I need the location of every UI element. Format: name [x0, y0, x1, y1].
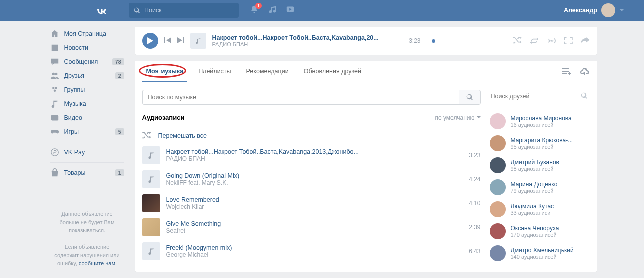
track-title: Freek! (Moogymen mix)	[166, 244, 463, 251]
nav-item-7[interactable]: Игры 5	[47, 125, 127, 139]
friend-row[interactable]: Маргарита Крюкова-... 95 аудиозаписей	[490, 132, 590, 154]
friend-avatar	[490, 113, 506, 129]
play-button[interactable]	[142, 33, 158, 49]
friend-search-input[interactable]	[490, 90, 590, 103]
repeat-icon[interactable]	[530, 37, 539, 44]
track-duration: 3:23	[469, 152, 480, 159]
top-header: 1 Александр	[0, 0, 644, 21]
left-sidebar: Моя Страница Новости Сообщения 78 Друзья…	[47, 27, 127, 272]
track-artist: NekliFF feat. Mary S.K.	[166, 179, 463, 186]
friend-row[interactable]: Марина Доценко 79 аудиозаписей	[490, 176, 590, 198]
shuffle-icon[interactable]	[513, 37, 522, 44]
track-duration: 4:24	[469, 176, 480, 183]
chevron-down-icon	[619, 9, 624, 12]
friend-row[interactable]: Дмитро Хмельницький 140 аудиозаписей	[490, 242, 590, 264]
svg-point-2	[55, 87, 57, 89]
nav-item-2[interactable]: Сообщения 78	[47, 55, 127, 69]
nav-item-1[interactable]: Новости	[47, 41, 127, 55]
friend-name: Дмитрий Бузанов	[511, 159, 559, 166]
broadcast-icon[interactable]	[547, 37, 556, 44]
section-title: Аудиозаписи	[142, 114, 185, 121]
tab-3[interactable]: Обновления друзей	[300, 61, 365, 82]
track-title: Going Down (Original Mix)	[166, 172, 463, 179]
friend-avatar	[490, 135, 506, 151]
friend-row[interactable]: Мирослава Миронова 16 аудиозаписей	[490, 110, 590, 132]
music-search-button[interactable]	[459, 90, 481, 105]
track-row[interactable]: Going Down (Original Mix) NekliFF feat. …	[142, 167, 481, 191]
user-menu[interactable]: Александр	[564, 3, 624, 17]
nav-vkpay[interactable]: VK Pay	[47, 145, 127, 159]
track-row[interactable]: Накроет тобой...Накроет Тобой..Баста,Kav…	[142, 143, 481, 167]
nav-item-3[interactable]: Друзья 2	[47, 69, 127, 83]
track-title: Love Remembered	[166, 196, 463, 203]
track-duration: 2:39	[469, 224, 480, 231]
expand-icon[interactable]	[564, 37, 573, 44]
track-thumb	[142, 194, 160, 212]
music-search	[142, 90, 481, 105]
track-thumb	[142, 170, 160, 188]
user-name: Александр	[564, 7, 597, 14]
prev-button[interactable]	[164, 36, 171, 45]
track-row[interactable]: Give Me Something Seafret 2:39	[142, 215, 481, 239]
friend-avatar	[490, 245, 506, 261]
friend-sub: 33 аудиозаписи	[511, 210, 554, 216]
track-title: Накроет тобой...Накроет Тобой..Баста,Kav…	[166, 148, 463, 155]
track-duration: 6:43	[469, 248, 480, 255]
player-artist: РАДИО БПАН	[212, 41, 403, 47]
track-title: Give Me Something	[166, 220, 463, 227]
friend-sub: 140 аудиозаписей	[511, 254, 574, 260]
ad-notice: Данное объявление больше не будет Вам по…	[47, 210, 127, 268]
friend-avatar	[490, 223, 506, 239]
friend-name: Мирослава Миронова	[511, 115, 572, 122]
ad-report-link[interactable]: сообщите нам	[79, 260, 115, 266]
music-panel: Моя музыкаПлейлистыРекомендацииОбновлени…	[135, 61, 597, 272]
friend-row[interactable]: Дмитрий Бузанов 98 аудиозаписей	[490, 154, 590, 176]
share-icon[interactable]	[581, 37, 590, 44]
notifications-icon[interactable]: 1	[250, 5, 259, 16]
video-header-icon[interactable]	[286, 5, 295, 16]
nav-item-5[interactable]: Музыка	[47, 97, 127, 111]
friend-avatar	[490, 201, 506, 217]
nav-item-0[interactable]: Моя Страница	[47, 27, 127, 41]
friend-name: Оксана Чепоруха	[511, 225, 559, 232]
friend-sub: 98 аудиозаписей	[511, 166, 559, 172]
search-icon	[581, 92, 588, 99]
nav-goods[interactable]: Товары 1	[47, 166, 127, 180]
track-row[interactable]: Love Remembered Wojciech Kilar 4:10	[142, 191, 481, 215]
playlist-add-icon[interactable]	[562, 67, 572, 75]
nav-item-4[interactable]: Группы	[47, 83, 127, 97]
player-bar: Накроет тобой...Накроет Тобой..Баста,Kav…	[135, 27, 597, 55]
shuffle-all[interactable]: Перемешать все	[142, 128, 481, 143]
tab-2[interactable]: Рекомендации	[242, 61, 293, 82]
music-header-icon[interactable]	[268, 5, 277, 16]
sort-select[interactable]: по умолчанию	[435, 114, 480, 121]
friend-name: Маргарита Крюкова-...	[511, 137, 573, 144]
search-input[interactable]	[144, 7, 234, 14]
nav-item-6[interactable]: Видео	[47, 111, 127, 125]
music-search-input[interactable]	[142, 90, 459, 105]
search-box[interactable]	[129, 3, 239, 18]
friend-avatar	[490, 179, 506, 195]
upload-icon[interactable]	[580, 67, 590, 75]
player-title: Накроет тобой...Накроет Тобой..Баста,Kav…	[212, 34, 403, 41]
friend-sub: 95 аудиозаписей	[511, 144, 573, 150]
track-thumb	[142, 242, 160, 260]
friend-row[interactable]: Оксана Чепоруха 170 аудиозаписей	[490, 220, 590, 242]
friend-row[interactable]: Людмила Кутас 33 аудиозаписи	[490, 198, 590, 220]
next-button[interactable]	[177, 36, 184, 45]
notif-badge: 1	[255, 3, 262, 9]
tabs-bar: Моя музыкаПлейлистыРекомендацииОбновлени…	[135, 61, 597, 82]
track-artist: Wojciech Kilar	[166, 203, 463, 210]
svg-rect-4	[51, 115, 58, 121]
friend-search	[490, 90, 590, 103]
player-thumb	[190, 33, 206, 49]
tab-0[interactable]: Моя музыка	[142, 61, 188, 82]
track-row[interactable]: Freek! (Moogymen mix) George Michael 6:4…	[142, 239, 481, 263]
tab-1[interactable]: Плейлисты	[194, 61, 235, 82]
vk-logo[interactable]	[95, 3, 109, 17]
friend-name: Дмитро Хмельницький	[511, 247, 574, 254]
player-duration: 3:23	[409, 37, 420, 44]
player-progress[interactable]	[432, 41, 502, 41]
svg-point-3	[53, 90, 56, 92]
track-artist: Seafret	[166, 227, 463, 234]
